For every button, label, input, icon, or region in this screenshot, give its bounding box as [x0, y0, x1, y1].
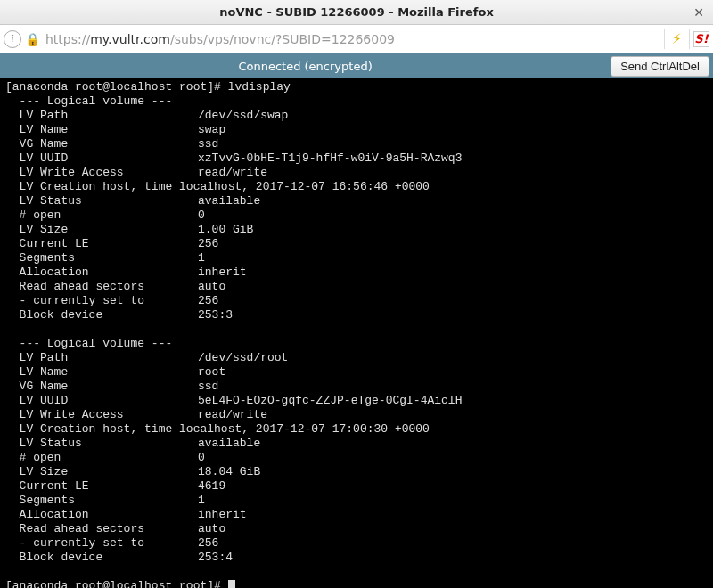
- terminal-line: LV Write Accessread/write: [5, 408, 708, 422]
- stylish-icon[interactable]: S!: [693, 31, 709, 47]
- divider: [689, 29, 690, 49]
- terminal-line: LV Statusavailable: [5, 194, 708, 208]
- terminal-line: --- Logical volume ---: [5, 94, 708, 109]
- window-titlebar: noVNC - SUBID 12266009 - Mozilla Firefox…: [0, 0, 713, 25]
- terminal-line: LV Statusavailable: [5, 437, 708, 451]
- cursor: [228, 580, 235, 588]
- url-bar: i 🔒 https://my.vultr.com/subs/vps/novnc/…: [0, 25, 713, 53]
- lock-icon[interactable]: 🔒: [25, 32, 40, 46]
- terminal-line: # open0: [5, 208, 708, 223]
- terminal-line: VG Namessd: [5, 380, 708, 394]
- terminal-line: LV Path/dev/ssd/root: [5, 351, 708, 365]
- terminal-line: - currently set to256: [5, 536, 708, 551]
- url-scheme: https://: [45, 32, 90, 46]
- terminal-line: LV Creation host, time localhost, 2017-1…: [5, 422, 708, 437]
- terminal-line: Segments1: [5, 494, 708, 508]
- terminal-line: LV Nameswap: [5, 123, 708, 137]
- terminal-line: --- Logical volume ---: [5, 337, 708, 351]
- url-host: my.vultr.com: [90, 32, 170, 46]
- terminal-line: # open0: [5, 451, 708, 465]
- terminal-line: LV Write Accessread/write: [5, 166, 708, 180]
- url-path: /subs/vps/novnc/?SUBID=12266009: [170, 32, 395, 46]
- terminal-line: Block device253:3: [5, 308, 708, 323]
- send-ctrlaltdel-button[interactable]: Send CtrlAltDel: [611, 56, 709, 77]
- terminal-line: - currently set to256: [5, 294, 708, 308]
- terminal-line: LV UUID5eL4FO-EOzO-gqfc-ZZJP-eTge-0CgI-4…: [5, 394, 708, 408]
- terminal-line: LV Nameroot: [5, 365, 708, 380]
- terminal-line: [5, 565, 708, 579]
- terminal-line: Current LE4619: [5, 479, 708, 494]
- terminal-line: Current LE256: [5, 237, 708, 251]
- url-input[interactable]: https://my.vultr.com/subs/vps/novnc/?SUB…: [44, 32, 660, 46]
- terminal-line: Segments1: [5, 251, 708, 265]
- terminal-line: Allocationinherit: [5, 508, 708, 522]
- terminal-line: Allocationinherit: [5, 265, 708, 280]
- terminal-line: LV Creation host, time localhost, 2017-1…: [5, 180, 708, 194]
- bolt-icon[interactable]: ⚡: [668, 30, 685, 47]
- terminal-line: Block device253:4: [5, 551, 708, 565]
- terminal-output[interactable]: [anaconda root@localhost root]# lvdispla…: [0, 78, 713, 588]
- terminal-line: Read ahead sectorsauto: [5, 522, 708, 536]
- terminal-line: LV Size1.00 GiB: [5, 223, 708, 237]
- terminal-line: [5, 323, 708, 337]
- divider: [664, 29, 665, 49]
- terminal-line: Read ahead sectorsauto: [5, 280, 708, 294]
- vnc-status-text: Connected (encrypted): [0, 60, 611, 73]
- terminal-prompt[interactable]: [anaconda root@localhost root]#: [5, 579, 708, 588]
- terminal-line: VG Namessd: [5, 137, 708, 151]
- close-icon[interactable]: ✕: [690, 4, 708, 21]
- terminal-line: LV Size18.04 GiB: [5, 465, 708, 479]
- vnc-status-bar: Connected (encrypted) Send CtrlAltDel: [0, 53, 713, 78]
- terminal-line: LV Path/dev/ssd/swap: [5, 109, 708, 123]
- site-info-icon[interactable]: i: [4, 30, 21, 48]
- terminal-line: LV UUIDxzTvvG-0bHE-T1j9-hfHf-w0iV-9a5H-R…: [5, 151, 708, 166]
- window-title: noVNC - SUBID 12266009 - Mozilla Firefox: [219, 5, 494, 19]
- terminal-prompt: [anaconda root@localhost root]# lvdispla…: [5, 80, 708, 94]
